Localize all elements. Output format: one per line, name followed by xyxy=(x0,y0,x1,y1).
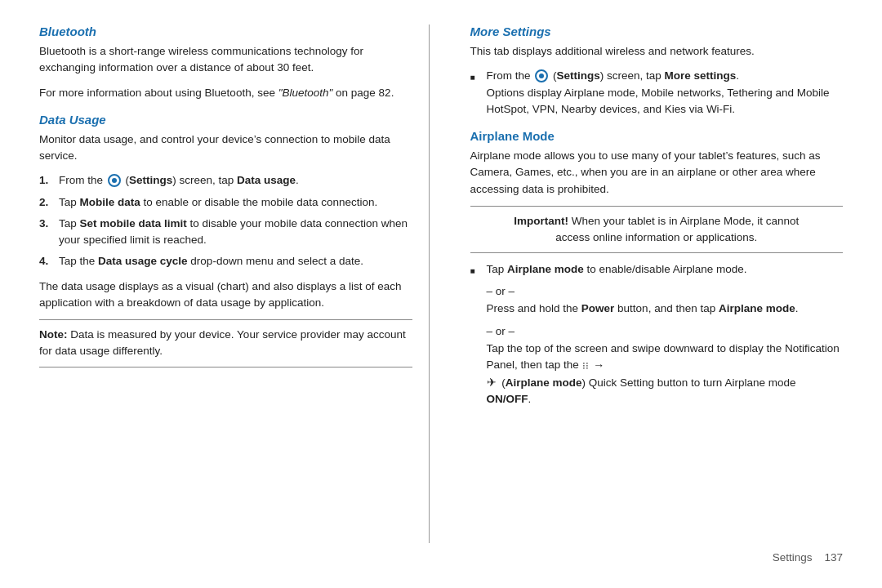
step-3-text: Tap Set mobile data limit to disable you… xyxy=(59,216,412,249)
airplane-mode-title: Airplane Mode xyxy=(470,129,844,143)
step-3-num: 3. xyxy=(39,216,56,249)
data-usage-section: Data Usage Monitor data usage, and contr… xyxy=(39,113,412,368)
step-1-text: From the (Settings) screen, tap Data usa… xyxy=(59,172,299,189)
right-column: More Settings This tab displays addition… xyxy=(462,24,844,543)
or-line-2: – or – xyxy=(487,325,844,337)
arrow-icon: → xyxy=(593,357,604,374)
settings-icon-1 xyxy=(108,174,121,187)
more-settings-bullets: ■ From the (Settings) screen, tap More s… xyxy=(470,68,844,118)
settings-icon-2 xyxy=(535,69,548,82)
airplane-bullet-1: ■ Tap Airplane mode to enable/disable Ai… xyxy=(470,261,844,278)
data-usage-note: Note: Data is measured by your device. Y… xyxy=(39,319,412,368)
airplane-mode-intro: Airplane mode allows you to use many of … xyxy=(470,148,844,198)
data-usage-intro: Monitor data usage, and control your dev… xyxy=(39,131,412,165)
bullet-square-1: ■ xyxy=(470,71,483,83)
more-settings-section: More Settings This tab displays addition… xyxy=(470,24,844,118)
bullet-square-2: ■ xyxy=(470,265,483,277)
step-3: 3. Tap Set mobile data limit to disable … xyxy=(39,216,412,249)
important-box: Important! When your tablet is in Airpla… xyxy=(470,206,844,254)
step-2: 2. Tap Mobile data to enable or disable … xyxy=(39,194,412,211)
airplane-bullet-1-text: Tap Airplane mode to enable/disable Airp… xyxy=(487,261,747,278)
or-line-1: – or – xyxy=(487,285,844,297)
data-usage-steps: 1. From the (Settings) screen, tap Data … xyxy=(39,172,412,270)
page: Bluetooth Bluetooth is a short-range wir… xyxy=(0,0,882,588)
footer: Settings 137 xyxy=(39,543,843,564)
airplane-mode-section: Airplane Mode Airplane mode allows you t… xyxy=(470,129,844,408)
swipe-text: Tap the top of the screen and swipe down… xyxy=(487,341,844,408)
press-power-text: Press and hold the Power button, and the… xyxy=(487,301,844,317)
step-2-text: Tap Mobile data to enable or disable the… xyxy=(59,194,377,211)
bluetooth-title: Bluetooth xyxy=(39,24,412,38)
bluetooth-para2: For more information about using Bluetoo… xyxy=(39,85,412,101)
data-usage-title: Data Usage xyxy=(39,113,412,127)
note-text: Note: Data is measured by your device. Y… xyxy=(39,328,406,357)
more-settings-bullet-1: ■ From the (Settings) screen, tap More s… xyxy=(470,68,844,118)
notification-panel-icon: ⁝⁝ xyxy=(582,359,589,373)
footer-label: Settings xyxy=(773,551,813,564)
airplane-icon: ✈ xyxy=(487,374,497,391)
step-4-num: 4. xyxy=(39,253,56,270)
footer-page-number: 137 xyxy=(824,551,843,564)
step-1: 1. From the (Settings) screen, tap Data … xyxy=(39,172,412,189)
step-4-text: Tap the Data usage cycle drop-down menu … xyxy=(59,253,363,270)
left-column: Bluetooth Bluetooth is a short-range wir… xyxy=(39,24,430,543)
bluetooth-section: Bluetooth Bluetooth is a short-range wir… xyxy=(39,24,412,101)
more-settings-title: More Settings xyxy=(470,24,844,38)
data-usage-para3: The data usage displays as a visual (cha… xyxy=(39,278,412,312)
step-2-num: 2. xyxy=(39,194,56,211)
step-4: 4. Tap the Data usage cycle drop-down me… xyxy=(39,253,412,270)
bullet-1-text: From the (Settings) screen, tap More set… xyxy=(487,68,844,118)
content-columns: Bluetooth Bluetooth is a short-range wir… xyxy=(39,24,843,543)
step-1-num: 1. xyxy=(39,172,56,189)
important-text: Important! When your tablet is in Airpla… xyxy=(514,215,799,243)
bluetooth-para1: Bluetooth is a short-range wireless comm… xyxy=(39,43,412,77)
airplane-mode-bullets: ■ Tap Airplane mode to enable/disable Ai… xyxy=(470,261,844,278)
more-settings-intro: This tab displays additional wireless an… xyxy=(470,43,844,60)
